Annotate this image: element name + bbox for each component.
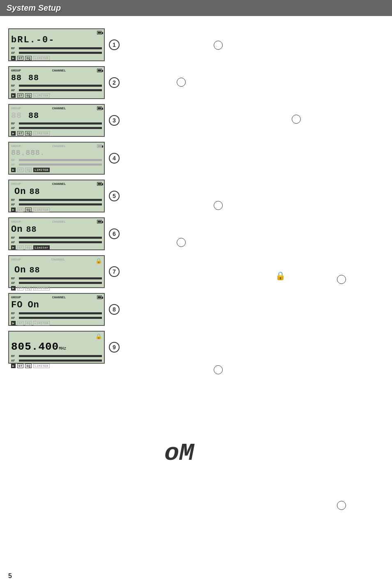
desc-circle-1	[214, 41, 223, 50]
lcd4-battery	[97, 144, 102, 148]
lcd-display-2: GROUP CHANNEL 88 88 RF AF	[8, 66, 105, 99]
lcd9-badges: ▶ ST EQ LIMITER	[11, 364, 102, 368]
lcd4-bars: RF AF	[11, 158, 102, 166]
lcd8-badges: ▶ ST EQ LIMITER	[11, 321, 102, 325]
lcd-display-5: GROUP CHANNEL On 88 RF AF	[8, 180, 105, 212]
lcd5-bars: RF AF	[11, 198, 102, 206]
lcd-display-9: 🔒 805.400 MHz RF AF ▶	[8, 331, 105, 364]
step-circle-3: 3	[109, 115, 120, 126]
step-circle-1: 1	[109, 39, 120, 50]
page-title: System Setup	[7, 3, 61, 12]
lcd9-lock-icon: 🔒	[95, 333, 102, 340]
lcd6-badges: ▶ ST EQ Limiter	[11, 245, 102, 250]
desc-column: 🔒 oM	[127, 28, 384, 521]
lcd2-badges: ▶ ST EQ LIMITER	[11, 93, 102, 98]
step-circle-2: 2	[109, 77, 120, 88]
desc-circle-5	[214, 201, 223, 210]
lcd8-bars: RF AF	[11, 311, 102, 320]
lcd2-battery	[97, 69, 102, 72]
lcd-item-2: GROUP CHANNEL 88 88 RF AF	[8, 66, 127, 99]
lcd-item-9: 🔒 805.400 MHz RF AF ▶	[8, 331, 127, 364]
lcd-display-7: GROUP CHANNEL 🔒 On 88 RF AF	[8, 255, 105, 288]
om-text: oM	[164, 439, 194, 467]
page-number: 5	[8, 572, 12, 580]
lcd1-main: bRL.-0-	[11, 35, 102, 45]
lcd-display-6: GROUP CHANNEL On 88 RF AF	[8, 217, 105, 250]
lcd1-bars: RF AF	[11, 46, 102, 55]
lcd-item-3: GROUP CHANNEL 88 88 RF AF	[8, 104, 127, 137]
lcd3-battery	[97, 106, 102, 110]
lcd8-battery	[97, 295, 102, 299]
main-content: bRL.-0- RF AF ▶ ST EQ LIMITER	[0, 24, 392, 526]
lcd-display-4: GROUP CHANNEL 88.888. RF AF ▶	[8, 142, 105, 175]
lock-icon-area: 🔒	[275, 271, 286, 281]
lcd-item-6: GROUP CHANNEL On 88 RF AF	[8, 217, 127, 250]
lcd9-bars: RF AF	[11, 354, 102, 362]
lcd6-bars: RF AF	[11, 236, 102, 244]
desc-circle-bottom	[337, 501, 346, 510]
desc-circle-9	[214, 365, 223, 374]
lcd7-badges: ▶ ST EQ LIMITER	[11, 286, 102, 291]
step-circle-5: 5	[109, 191, 120, 201]
lcd-item-1: bRL.-0- RF AF ▶ ST EQ LIMITER	[8, 28, 127, 61]
page-header: System Setup	[0, 0, 392, 16]
lcd-display-1: bRL.-0- RF AF ▶ ST EQ LIMITER	[8, 28, 105, 61]
lcd5-battery	[97, 182, 102, 186]
lcd-item-8: GROUP CHANNEL FO On RF AF	[8, 293, 127, 326]
lcd7-bars: RF AF	[11, 277, 102, 285]
desc-circle-6	[177, 238, 186, 247]
lcd-display-3: GROUP CHANNEL 88 88 RF AF	[8, 104, 105, 137]
lcd6-battery	[97, 220, 102, 224]
lcd1-badges: ▶ ST EQ LIMITER	[11, 56, 102, 60]
lcd3-badges: ▶ ST EQ LIMITER	[11, 131, 102, 136]
lcd3-bars: RF AF	[11, 122, 102, 130]
lcd2-bars: RF AF	[11, 84, 102, 92]
lcd-item-5: GROUP CHANNEL On 88 RF AF	[8, 180, 127, 212]
lcd-item-7: GROUP CHANNEL 🔒 On 88 RF AF	[8, 255, 127, 288]
step-circle-6: 6	[109, 228, 120, 239]
lcd1-battery	[97, 31, 102, 35]
lcd-column: bRL.-0- RF AF ▶ ST EQ LIMITER	[8, 28, 127, 521]
desc-circles-area: 🔒 oM	[140, 28, 384, 521]
desc-circle-3	[292, 115, 301, 124]
step-circle-4: 4	[109, 153, 120, 164]
lcd4-badges: ▶ ST EQ LIMITER	[11, 168, 102, 172]
lcd5-badges: ▶ ST EQ LIMITER	[11, 208, 102, 212]
step-circle-7: 7	[109, 266, 120, 277]
lcd-item-4: GROUP CHANNEL 88.888. RF AF ▶	[8, 142, 127, 175]
desc-circle-7	[337, 275, 346, 284]
step-circle-9: 9	[109, 342, 120, 353]
step-circle-8: 8	[109, 304, 120, 315]
desc-circle-2	[177, 78, 186, 87]
lcd-display-8: GROUP CHANNEL FO On RF AF	[8, 293, 105, 326]
lcd7-lock-icon: 🔒	[95, 258, 102, 264]
